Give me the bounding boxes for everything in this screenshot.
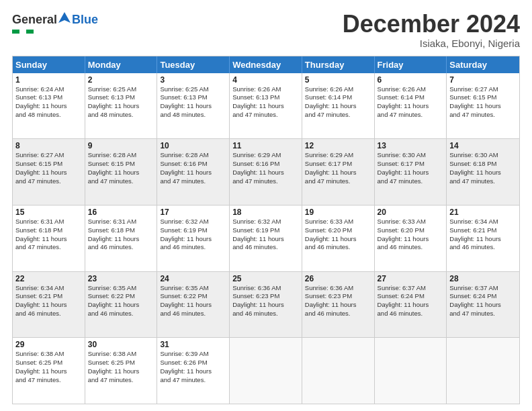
sunrise-line: Sunrise: 6:36 AM <box>232 284 299 293</box>
sunrise-line: Sunrise: 6:33 AM <box>305 218 371 226</box>
day-cell-2: 2Sunrise: 6:25 AMSunset: 6:13 PMDaylight… <box>85 73 158 139</box>
sunset-line: Sunset: 6:25 PM <box>88 359 154 367</box>
sunrise-line: Sunrise: 6:26 AM <box>305 85 371 94</box>
sunrise-line: Sunrise: 6:26 AM <box>378 85 444 94</box>
daylight-minutes-line: and 48 minutes. <box>160 111 226 120</box>
sunrise-line: Sunrise: 6:29 AM <box>232 151 299 160</box>
daylight-minutes-line: and 47 minutes. <box>305 177 371 186</box>
day-cell-7: 7Sunrise: 6:27 AMSunset: 6:15 PMDaylight… <box>447 73 519 139</box>
sunset-line: Sunset: 6:16 PM <box>232 160 299 169</box>
sunrise-line: Sunrise: 6:24 AM <box>15 85 82 94</box>
daylight-line: Daylight: 11 hours <box>378 235 444 244</box>
day-cell-21: 21Sunrise: 6:34 AMSunset: 6:21 PMDayligh… <box>447 205 519 271</box>
daylight-minutes-line: and 48 minutes. <box>88 111 154 120</box>
sunset-line: Sunset: 6:22 PM <box>88 292 154 301</box>
logo: General Blue <box>12 11 98 34</box>
daylight-line: Daylight: 11 hours <box>160 235 226 244</box>
calendar-row-2: 8Sunrise: 6:27 AMSunset: 6:15 PMDaylight… <box>13 139 519 205</box>
day-number: 20 <box>378 208 444 217</box>
day-cell-1: 1Sunrise: 6:24 AMSunset: 6:13 PMDaylight… <box>13 73 85 139</box>
empty-cell <box>230 338 302 404</box>
sunset-line: Sunset: 6:22 PM <box>160 292 226 301</box>
sunset-line: Sunset: 6:23 PM <box>305 292 371 301</box>
daylight-line: Daylight: 11 hours <box>15 235 82 244</box>
sunrise-line: Sunrise: 6:30 AM <box>378 151 444 160</box>
logo-text: General Blue <box>12 11 98 28</box>
sunset-line: Sunset: 6:17 PM <box>378 160 444 169</box>
sunset-line: Sunset: 6:13 PM <box>160 93 226 102</box>
logo-blue: Blue <box>72 13 98 27</box>
day-number: 18 <box>232 208 299 217</box>
day-number: 6 <box>378 75 444 85</box>
daylight-minutes-line: and 47 minutes. <box>160 177 226 186</box>
day-cell-25: 25Sunrise: 6:36 AMSunset: 6:23 PMDayligh… <box>230 272 302 338</box>
day-header-friday: Friday <box>375 56 447 73</box>
day-number: 15 <box>15 208 82 217</box>
day-cell-23: 23Sunrise: 6:35 AMSunset: 6:22 PMDayligh… <box>85 272 158 338</box>
sunrise-line: Sunrise: 6:38 AM <box>88 350 154 359</box>
daylight-line: Daylight: 11 hours <box>15 169 82 177</box>
sunrise-line: Sunrise: 6:27 AM <box>449 85 517 94</box>
daylight-minutes-line: and 47 minutes. <box>449 177 517 186</box>
sunset-line: Sunset: 6:21 PM <box>15 292 82 301</box>
day-cell-22: 22Sunrise: 6:34 AMSunset: 6:21 PMDayligh… <box>13 272 85 338</box>
day-cell-29: 29Sunrise: 6:38 AMSunset: 6:25 PMDayligh… <box>13 338 85 404</box>
day-number: 28 <box>449 274 517 283</box>
daylight-line: Daylight: 11 hours <box>232 169 299 177</box>
daylight-minutes-line: and 48 minutes. <box>15 111 82 120</box>
daylight-line: Daylight: 11 hours <box>305 301 371 310</box>
sunrise-line: Sunrise: 6:25 AM <box>160 85 226 94</box>
daylight-line: Daylight: 11 hours <box>449 169 517 177</box>
sunrise-line: Sunrise: 6:33 AM <box>378 218 444 226</box>
daylight-line: Daylight: 11 hours <box>378 102 444 111</box>
day-number: 23 <box>88 274 154 283</box>
sunrise-line: Sunrise: 6:38 AM <box>15 350 82 359</box>
sunset-line: Sunset: 6:14 PM <box>378 93 444 102</box>
day-number: 4 <box>232 75 299 85</box>
daylight-minutes-line: and 46 minutes. <box>232 243 299 252</box>
sunset-line: Sunset: 6:16 PM <box>160 160 226 169</box>
logo-bird-icon <box>57 11 72 26</box>
day-number: 1 <box>15 75 82 85</box>
day-number: 31 <box>160 340 226 349</box>
day-number: 3 <box>160 75 226 85</box>
daylight-minutes-line: and 47 minutes. <box>15 376 82 385</box>
daylight-line: Daylight: 11 hours <box>305 235 371 244</box>
header: General Blue December 2024 Isiaka, Ebony… <box>12 11 520 49</box>
sunrise-line: Sunrise: 6:30 AM <box>449 151 517 160</box>
daylight-line: Daylight: 11 hours <box>305 169 371 177</box>
daylight-line: Daylight: 11 hours <box>160 102 226 111</box>
day-number: 10 <box>160 141 226 150</box>
daylight-minutes-line: and 46 minutes. <box>160 243 226 252</box>
location-title: Isiaka, Ebonyi, Nigeria <box>343 38 520 49</box>
sunrise-line: Sunrise: 6:39 AM <box>160 350 226 359</box>
daylight-line: Daylight: 11 hours <box>88 301 154 310</box>
day-number: 7 <box>449 75 517 85</box>
sunset-line: Sunset: 6:24 PM <box>378 292 444 301</box>
day-cell-13: 13Sunrise: 6:30 AMSunset: 6:17 PMDayligh… <box>375 139 447 205</box>
sunrise-line: Sunrise: 6:36 AM <box>305 284 371 293</box>
day-number: 16 <box>88 208 154 217</box>
logo-flag <box>12 30 34 34</box>
daylight-line: Daylight: 11 hours <box>449 235 517 244</box>
day-number: 2 <box>88 75 154 85</box>
sunrise-line: Sunrise: 6:37 AM <box>449 284 517 293</box>
daylight-minutes-line: and 47 minutes. <box>378 177 444 186</box>
day-number: 19 <box>305 208 371 217</box>
day-cell-20: 20Sunrise: 6:33 AMSunset: 6:20 PMDayligh… <box>375 205 447 271</box>
day-cell-26: 26Sunrise: 6:36 AMSunset: 6:23 PMDayligh… <box>302 272 375 338</box>
logo-general: General <box>12 13 57 27</box>
day-number: 14 <box>449 141 517 150</box>
daylight-line: Daylight: 11 hours <box>305 102 371 111</box>
day-cell-31: 31Sunrise: 6:39 AMSunset: 6:26 PMDayligh… <box>157 338 230 404</box>
day-cell-4: 4Sunrise: 6:26 AMSunset: 6:13 PMDaylight… <box>230 73 302 139</box>
sunrise-line: Sunrise: 6:27 AM <box>15 151 82 160</box>
sunrise-line: Sunrise: 6:32 AM <box>160 218 226 226</box>
daylight-line: Daylight: 11 hours <box>378 301 444 310</box>
sunrise-line: Sunrise: 6:31 AM <box>15 218 82 226</box>
day-header-thursday: Thursday <box>302 56 375 73</box>
daylight-minutes-line: and 47 minutes. <box>232 111 299 120</box>
page: General Blue December 2024 Isiaka, Ebony… <box>0 0 532 411</box>
daylight-line: Daylight: 11 hours <box>88 367 154 376</box>
sunrise-line: Sunrise: 6:35 AM <box>160 284 226 293</box>
